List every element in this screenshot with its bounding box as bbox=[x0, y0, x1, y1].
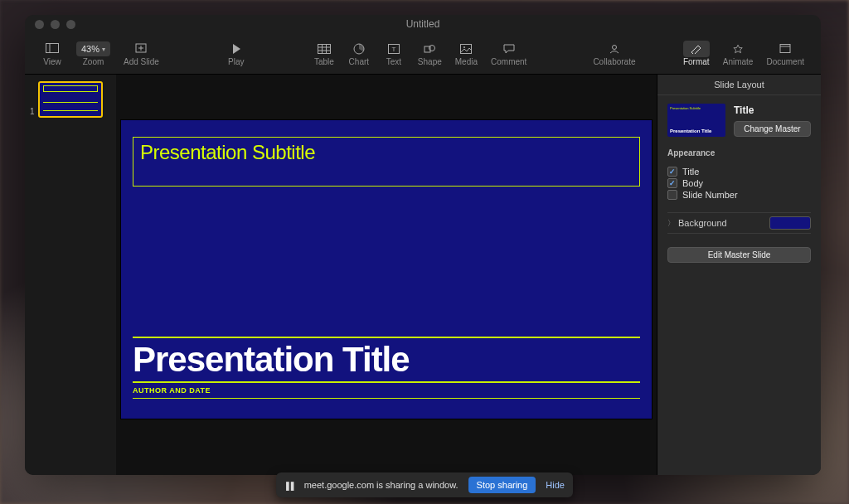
window-controls bbox=[35, 20, 75, 29]
table-label: Table bbox=[314, 57, 334, 66]
play-button[interactable]: Play bbox=[221, 41, 252, 66]
title-checkbox-row[interactable]: Title bbox=[667, 166, 811, 177]
screen-share-bar: ❚❚ meet.google.com is sharing a window. … bbox=[276, 472, 573, 497]
format-icon bbox=[683, 41, 710, 57]
comment-label: Comment bbox=[491, 57, 526, 66]
comment-button[interactable]: Comment bbox=[486, 41, 531, 66]
zoom-window-button[interactable] bbox=[66, 20, 75, 29]
play-label: Play bbox=[228, 57, 244, 66]
slide-thumbnail[interactable] bbox=[38, 81, 103, 118]
svg-rect-20 bbox=[780, 45, 790, 53]
collaborate-label: Collaborate bbox=[593, 57, 635, 66]
slide-thumbnail-1[interactable]: 1 bbox=[30, 81, 111, 118]
zoom-button[interactable]: 43%▾ Zoom bbox=[71, 41, 115, 66]
pause-icon[interactable]: ❚❚ bbox=[284, 479, 294, 492]
share-message: meet.google.com is sharing a window. bbox=[304, 480, 458, 490]
plus-icon bbox=[134, 41, 148, 57]
view-icon bbox=[46, 41, 59, 57]
svg-marker-19 bbox=[734, 45, 742, 52]
body-checkbox-row[interactable]: Body bbox=[667, 177, 811, 189]
change-master-button[interactable]: Change Master bbox=[734, 121, 811, 137]
edit-master-button[interactable]: Edit Master Slide bbox=[667, 247, 811, 263]
master-row: Presentation Subtitle Presentation Title… bbox=[667, 104, 811, 137]
svg-point-18 bbox=[612, 46, 616, 50]
appearance-label: Appearance bbox=[667, 148, 811, 158]
svg-text:T: T bbox=[391, 46, 395, 53]
chart-icon bbox=[353, 41, 365, 57]
comment-icon bbox=[503, 41, 515, 57]
zoom-value: 43% bbox=[81, 44, 99, 54]
title-checkbox[interactable] bbox=[667, 167, 677, 177]
body-checkbox[interactable] bbox=[667, 178, 677, 188]
svg-marker-5 bbox=[233, 44, 240, 54]
minimize-window-button[interactable] bbox=[51, 20, 60, 29]
view-label: View bbox=[43, 57, 61, 66]
media-icon bbox=[460, 41, 472, 57]
canvas[interactable]: Presentation Subtitle Presentation Title… bbox=[116, 75, 657, 475]
animate-label: Animate bbox=[723, 57, 754, 66]
background-color-swatch[interactable] bbox=[769, 216, 811, 230]
slide-number-checkbox[interactable] bbox=[667, 190, 677, 200]
shape-button[interactable]: Shape bbox=[413, 41, 447, 66]
close-window-button[interactable] bbox=[35, 20, 44, 29]
format-label: Format bbox=[683, 57, 710, 66]
body-checkbox-label: Body bbox=[682, 178, 703, 188]
media-button[interactable]: Media bbox=[450, 41, 483, 66]
background-label: Background bbox=[678, 218, 727, 228]
shape-icon bbox=[424, 41, 435, 57]
animate-icon bbox=[731, 41, 745, 57]
text-icon: T bbox=[388, 41, 400, 57]
view-button[interactable]: View bbox=[36, 41, 68, 66]
document-label: Document bbox=[766, 57, 804, 66]
svg-rect-0 bbox=[46, 44, 59, 53]
slide-number: 1 bbox=[30, 107, 35, 116]
zoom-label: Zoom bbox=[83, 57, 104, 66]
inspector-panel: Slide Layout Presentation Subtitle Prese… bbox=[657, 75, 821, 475]
master-thumbnail: Presentation Subtitle Presentation Title bbox=[667, 104, 725, 137]
chart-button[interactable]: Chart bbox=[343, 41, 375, 66]
slide-number-checkbox-row[interactable]: Slide Number bbox=[667, 189, 811, 201]
table-button[interactable]: Table bbox=[308, 41, 340, 66]
title-placeholder[interactable]: Presentation Title bbox=[133, 337, 640, 383]
hide-button[interactable]: Hide bbox=[546, 480, 565, 490]
table-icon bbox=[318, 41, 331, 57]
chevron-down-icon: ▾ bbox=[102, 46, 105, 53]
svg-rect-6 bbox=[318, 45, 330, 54]
add-slide-label: Add Slide bbox=[124, 57, 159, 66]
master-name: Title bbox=[734, 104, 811, 116]
author-placeholder[interactable]: AUTHOR AND DATE bbox=[133, 385, 640, 399]
chart-label: Chart bbox=[349, 57, 369, 66]
add-slide-button[interactable]: Add Slide bbox=[119, 41, 164, 66]
slide-navigator[interactable]: 1 bbox=[25, 75, 116, 475]
shape-label: Shape bbox=[418, 57, 442, 66]
subtitle-placeholder[interactable]: Presentation Subtitle bbox=[133, 137, 640, 187]
title-text[interactable]: Presentation Title bbox=[133, 342, 640, 378]
text-button[interactable]: T Text bbox=[378, 41, 410, 66]
play-icon bbox=[231, 41, 241, 57]
collaborate-button[interactable]: Collaborate bbox=[588, 41, 640, 66]
title-group[interactable]: Presentation Title AUTHOR AND DATE bbox=[133, 337, 640, 399]
inspector-header: Slide Layout bbox=[657, 75, 821, 95]
title-checkbox-label: Title bbox=[682, 167, 699, 177]
animate-button[interactable]: Animate bbox=[718, 41, 759, 66]
subtitle-text[interactable]: Presentation Subtitle bbox=[140, 141, 633, 164]
disclosure-icon[interactable]: 〉 bbox=[667, 218, 675, 229]
stop-sharing-button[interactable]: Stop sharing bbox=[468, 477, 536, 493]
titlebar: Untitled bbox=[25, 15, 821, 33]
document-icon bbox=[779, 41, 791, 57]
format-button[interactable]: Format bbox=[678, 41, 715, 66]
window-title: Untitled bbox=[406, 18, 440, 30]
text-label: Text bbox=[386, 57, 401, 66]
content-area: 1 Presentation Subtitle Presentation Tit… bbox=[25, 75, 821, 475]
app-window: Untitled View 43%▾ Zoom Add Slide Play T… bbox=[25, 15, 821, 475]
background-row[interactable]: 〉 Background bbox=[667, 212, 811, 234]
slide[interactable]: Presentation Subtitle Presentation Title… bbox=[121, 120, 652, 419]
slide-number-checkbox-label: Slide Number bbox=[682, 190, 738, 200]
media-label: Media bbox=[455, 57, 478, 66]
author-text[interactable]: AUTHOR AND DATE bbox=[133, 386, 640, 395]
svg-point-17 bbox=[463, 46, 465, 48]
document-button[interactable]: Document bbox=[761, 41, 809, 66]
toolbar: View 43%▾ Zoom Add Slide Play Table Char… bbox=[25, 33, 821, 75]
collaborate-icon bbox=[608, 41, 621, 57]
